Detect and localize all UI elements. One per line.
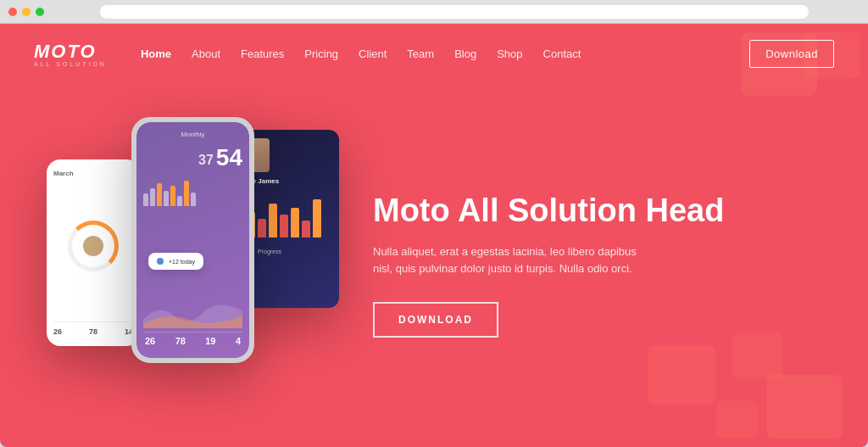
phone-left-circle <box>53 184 133 315</box>
hero-section: March 26 78 14 <box>0 83 868 447</box>
nav-item-pricing[interactable]: Pricing <box>304 46 338 61</box>
nav-item-blog[interactable]: Blog <box>454 46 476 61</box>
phone-row-numbers: 26 78 19 4 <box>143 332 242 349</box>
bar-8 <box>191 193 196 207</box>
nav-item-features[interactable]: Features <box>241 46 284 61</box>
phone-stat-1: 26 <box>53 327 62 336</box>
circle-progress <box>68 221 119 271</box>
bar-4 <box>164 191 169 206</box>
info-card-text: +12 today <box>169 259 195 265</box>
website-content: MOTO ALL SOLUTION Home About Features Pr… <box>0 24 868 447</box>
bar-3 <box>157 183 162 206</box>
info-card-overlay: +12 today <box>148 253 203 270</box>
rbar-8 <box>313 199 321 237</box>
nav-links: Home About Features Pricing Client Team … <box>141 46 749 61</box>
wave-svg <box>143 294 242 328</box>
phone-stat-d: 4 <box>236 336 241 346</box>
phone-left: March 26 78 14 <box>47 159 140 346</box>
info-dot <box>157 258 164 265</box>
nav-item-home[interactable]: Home <box>141 46 171 61</box>
nav-item-shop[interactable]: Shop <box>497 46 522 61</box>
browser-window: MOTO ALL SOLUTION Home About Features Pr… <box>0 0 868 447</box>
phone-main: Monthly 37 54 <box>131 117 254 363</box>
bar-5 <box>170 186 175 206</box>
rbar-4 <box>269 204 277 237</box>
phone-stat-2: 78 <box>89 327 97 336</box>
phones-showcase: March 26 78 14 <box>0 83 356 447</box>
bar-2 <box>150 188 155 206</box>
browser-titlebar <box>0 0 868 24</box>
profile-avatar <box>83 236 103 256</box>
nav-item-client[interactable]: Client <box>359 46 387 61</box>
nav-download-button[interactable]: Download <box>749 40 834 68</box>
phone-main-screen: Monthly 37 54 <box>136 122 249 358</box>
bar-1 <box>143 193 148 206</box>
nav-item-team[interactable]: Team <box>407 46 434 61</box>
phone-mini-chart <box>143 181 242 206</box>
hero-subtitle: Nulla aliquet, erat a egestas lacinia, l… <box>373 243 644 279</box>
hero-cta-button[interactable]: DOWNLOAD <box>373 302 498 338</box>
phone-left-stats: 26 78 14 <box>53 321 133 336</box>
rbar-5 <box>280 215 288 238</box>
logo[interactable]: MOTO ALL SOLUTION <box>34 41 107 67</box>
phone-stat-a: 26 <box>145 336 155 346</box>
phone-main-label: Monthly <box>143 131 242 138</box>
phone-left-month: March <box>53 170 133 177</box>
nav-item-contact[interactable]: Contact <box>543 46 581 61</box>
maximize-button[interactable] <box>36 8 44 16</box>
nav-item-about[interactable]: About <box>192 46 220 61</box>
rbar-6 <box>291 208 299 237</box>
hero-text-content: Moto All Solution Head Nulla aliquet, er… <box>356 193 868 338</box>
rbar-7 <box>302 221 310 237</box>
close-button[interactable] <box>8 8 17 16</box>
phone-main-numbers: 37 54 <box>143 146 242 170</box>
bar-7 <box>184 181 189 206</box>
phone-stat-c: 19 <box>205 336 215 346</box>
minimize-button[interactable] <box>22 8 31 16</box>
navbar: MOTO ALL SOLUTION Home About Features Pr… <box>0 24 868 83</box>
rbar-3 <box>258 219 266 238</box>
phone-stat-b: 78 <box>175 336 186 346</box>
bar-6 <box>177 196 182 206</box>
hero-title: Moto All Solution Head <box>373 193 834 230</box>
address-bar[interactable] <box>100 5 809 19</box>
